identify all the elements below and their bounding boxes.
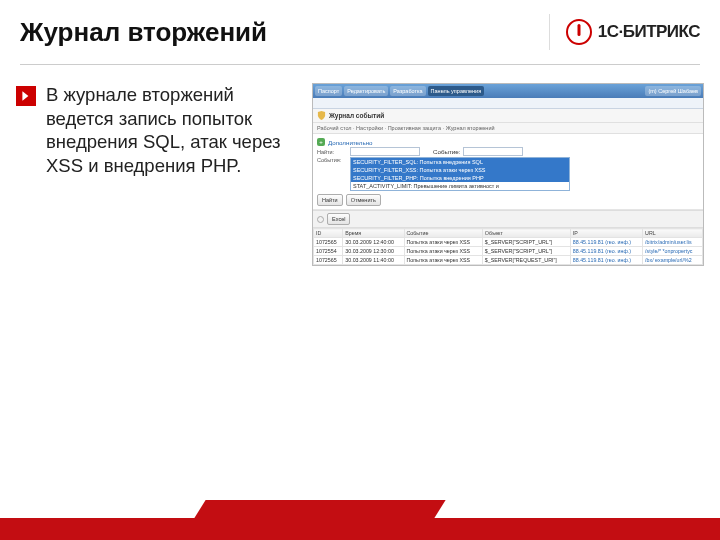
tab-edit[interactable]: Редактировать [344, 86, 388, 96]
cell: Попытка атаки через XSS [404, 256, 482, 265]
tab-panel[interactable]: Панель управления [428, 86, 485, 96]
col-object[interactable]: Объект [482, 229, 570, 238]
col-url[interactable]: URL [643, 229, 703, 238]
find-input[interactable] [350, 147, 420, 156]
cell: 30.03.2009 12:40:00 [343, 238, 404, 247]
col-event[interactable]: Событие [404, 229, 482, 238]
cell: 30.03.2009 11:40:00 [343, 256, 404, 265]
cell: 88.45.119.81 (гео. инф.) [570, 247, 642, 256]
results-table: ID Время Событие Объект IP URL 1072565 3… [313, 228, 703, 265]
cell: 1072554 [314, 247, 343, 256]
event-select[interactable] [463, 147, 523, 156]
cell: /style/* *onpropertyc [643, 247, 703, 256]
body-paragraph: В журнале вторжений ведется запись попыт… [46, 83, 302, 178]
brand-logo: 1С·БИТРИКС [549, 14, 700, 50]
gear-icon[interactable] [317, 216, 324, 223]
list-item[interactable]: SECURITY_FILTER_XSS: Попытка атаки через… [351, 166, 569, 174]
tab-passport[interactable]: Паспорт [315, 86, 342, 96]
divider [20, 64, 700, 65]
shield-icon [317, 111, 326, 120]
table-row[interactable]: 1072565 30.03.2009 12:40:00 Попытка атак… [314, 238, 703, 247]
breadcrumb: Рабочий стол · Настройки · Проактивная з… [313, 123, 703, 134]
list-item[interactable]: SECURITY_FILTER_SQL: Попытка внедрения S… [351, 158, 569, 166]
page-title: Журнал вторжений [20, 17, 549, 48]
journal-title: Журнал событий [329, 112, 384, 119]
arrow-bullet-icon [16, 86, 36, 106]
events-label: События: [317, 157, 347, 163]
sub-toolbar [313, 98, 703, 109]
cell: Попытка атаки через XSS [404, 247, 482, 256]
cell: /bitrix/admin/user.lis [643, 238, 703, 247]
cell: 88.45.119.81 (гео. инф.) [570, 256, 642, 265]
table-row[interactable]: 1072554 30.03.2009 12:30:00 Попытка атак… [314, 247, 703, 256]
top-toolbar: Паспорт Редактировать Разработка Панель … [313, 84, 703, 98]
admin-screenshot: Паспорт Редактировать Разработка Панель … [312, 83, 704, 266]
cancel-button[interactable]: Отменить [346, 194, 381, 206]
col-id[interactable]: ID [314, 229, 343, 238]
cell: 1072565 [314, 256, 343, 265]
cell: 1072565 [314, 238, 343, 247]
list-item[interactable]: SECURITY_FILTER_PHP: Попытка внедрения P… [351, 174, 569, 182]
add-icon[interactable]: + [317, 138, 325, 146]
cell: $_SERVER["SCRIPT_URL"] [482, 238, 570, 247]
event-label: Событие: [433, 148, 460, 155]
tab-dev[interactable]: Разработка [390, 86, 425, 96]
power-icon [566, 19, 592, 45]
cell: $_SERVER["SCRIPT_URL"] [482, 247, 570, 256]
cell: /bx/ example/url/%2 [643, 256, 703, 265]
table-row[interactable]: 1072565 30.03.2009 11:40:00 Попытка атак… [314, 256, 703, 265]
cell: Попытка атаки через XSS [404, 238, 482, 247]
filter-block: + Дополнительно Найти: Событие: События:… [313, 134, 703, 210]
footer-decoration [0, 496, 720, 540]
add-label[interactable]: Дополнительно [328, 139, 373, 146]
user-status[interactable]: (m) Сергей Шабаев [645, 86, 701, 96]
brand-text: 1С·БИТРИКС [598, 22, 700, 42]
list-item[interactable]: STAT_ACTIVITY_LIMIT: Превышение лимита а… [351, 182, 569, 190]
col-time[interactable]: Время [343, 229, 404, 238]
find-label: Найти: [317, 149, 347, 155]
cell: $_SERVER["REQUEST_URI"] [482, 256, 570, 265]
col-ip[interactable]: IP [570, 229, 642, 238]
cell: 88.45.119.81 (гео. инф.) [570, 238, 642, 247]
find-button[interactable]: Найти [317, 194, 343, 206]
excel-button[interactable]: Excel [327, 213, 350, 225]
cell: 30.03.2009 12:30:00 [343, 247, 404, 256]
events-listbox[interactable]: SECURITY_FILTER_SQL: Попытка внедрения S… [350, 157, 570, 191]
